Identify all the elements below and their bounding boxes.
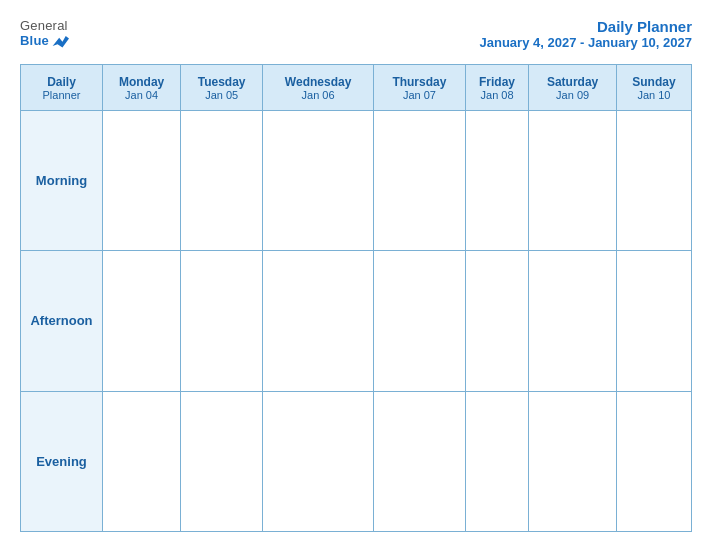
afternoon-label: Afternoon <box>21 251 103 391</box>
afternoon-thursday[interactable] <box>374 251 466 391</box>
svg-marker-0 <box>53 36 69 47</box>
calendar-table: Daily Planner Monday Jan 04 Tuesday Jan … <box>20 64 692 532</box>
morning-monday[interactable] <box>103 111 181 251</box>
header-wednesday: Wednesday Jan 06 <box>263 65 374 111</box>
evening-thursday[interactable] <box>374 391 466 531</box>
calendar-header-row: Daily Planner Monday Jan 04 Tuesday Jan … <box>21 65 692 111</box>
morning-wednesday[interactable] <box>263 111 374 251</box>
header-monday: Monday Jan 04 <box>103 65 181 111</box>
logo: General Blue <box>20 18 69 48</box>
afternoon-sunday[interactable] <box>616 251 691 391</box>
header-friday: Friday Jan 08 <box>465 65 529 111</box>
header-saturday: Saturday Jan 09 <box>529 65 617 111</box>
afternoon-friday[interactable] <box>465 251 529 391</box>
evening-sunday[interactable] <box>616 391 691 531</box>
afternoon-monday[interactable] <box>103 251 181 391</box>
evening-friday[interactable] <box>465 391 529 531</box>
header-daily: Daily <box>23 75 100 89</box>
evening-tuesday[interactable] <box>181 391 263 531</box>
header-tuesday: Tuesday Jan 05 <box>181 65 263 111</box>
planner-date-range: January 4, 2027 - January 10, 2027 <box>480 35 692 50</box>
header-label-col: Daily Planner <box>21 65 103 111</box>
header-area: General Blue Daily Planner January 4, 20… <box>20 18 692 50</box>
page: General Blue Daily Planner January 4, 20… <box>0 0 712 550</box>
morning-thursday[interactable] <box>374 111 466 251</box>
header-planner: Planner <box>23 89 100 101</box>
evening-saturday[interactable] <box>529 391 617 531</box>
morning-sunday[interactable] <box>616 111 691 251</box>
afternoon-saturday[interactable] <box>529 251 617 391</box>
morning-saturday[interactable] <box>529 111 617 251</box>
header-thursday: Thursday Jan 07 <box>374 65 466 111</box>
morning-tuesday[interactable] <box>181 111 263 251</box>
evening-row: Evening <box>21 391 692 531</box>
logo-blue: Blue <box>20 33 69 48</box>
afternoon-row: Afternoon <box>21 251 692 391</box>
evening-wednesday[interactable] <box>263 391 374 531</box>
evening-label: Evening <box>21 391 103 531</box>
header-sunday: Sunday Jan 10 <box>616 65 691 111</box>
afternoon-wednesday[interactable] <box>263 251 374 391</box>
evening-monday[interactable] <box>103 391 181 531</box>
morning-friday[interactable] <box>465 111 529 251</box>
morning-label: Morning <box>21 111 103 251</box>
logo-bird-icon <box>51 34 69 48</box>
afternoon-tuesday[interactable] <box>181 251 263 391</box>
title-area: Daily Planner January 4, 2027 - January … <box>480 18 692 50</box>
logo-general: General <box>20 18 68 33</box>
planner-title: Daily Planner <box>480 18 692 35</box>
morning-row: Morning <box>21 111 692 251</box>
